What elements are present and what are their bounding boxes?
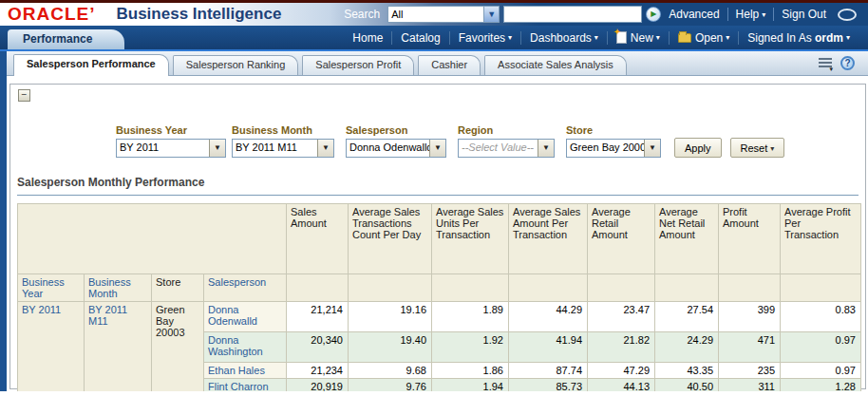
salesperson-header[interactable]: Salesperson xyxy=(204,274,287,302)
value-cell: 21.82 xyxy=(588,332,655,363)
search-scope-value: All xyxy=(388,9,483,20)
open-folder-icon xyxy=(678,33,691,43)
page-tabs-bar: Salesperson Performance Salesperson Rank… xyxy=(7,51,868,76)
store-label: Store xyxy=(566,124,661,136)
dashboard-menubar: Performance Home Catalog Favorites▾ Dash… xyxy=(0,26,868,49)
value-cell: 235 xyxy=(719,363,781,379)
value-cell: 1.92 xyxy=(432,332,509,363)
header-filler xyxy=(719,274,781,302)
dashboard-tab-performance[interactable]: Performance xyxy=(8,29,124,49)
salesperson-select[interactable]: Donna Odenwalld ▼ xyxy=(346,139,446,158)
value-cell: 43.35 xyxy=(655,363,719,379)
open-menu[interactable]: Open▾ xyxy=(678,31,729,45)
value-cell: 24.29 xyxy=(655,332,719,363)
value-cell: 0.97 xyxy=(781,332,861,363)
search-go-icon[interactable]: ▶ xyxy=(646,7,661,22)
dashboards-menu[interactable]: Dashboards▾ xyxy=(530,31,598,45)
salesperson-label: Salesperson xyxy=(346,124,446,136)
search-scope-select[interactable]: All ▼ xyxy=(387,6,500,23)
store-select[interactable]: Green Bay 20003 ▼ xyxy=(566,139,661,158)
column-header: Average Sales Amount Per Transaction xyxy=(509,204,588,274)
business-month-cell[interactable]: BY 2011 M11 xyxy=(85,302,152,392)
prompt-buttons: Apply Reset▾ xyxy=(674,138,784,158)
business-year-label: Business Year xyxy=(116,124,226,136)
prompt-salesperson: Salesperson Donna Odenwalld ▼ xyxy=(346,124,446,158)
divider xyxy=(449,31,450,45)
oracle-o-icon xyxy=(838,9,857,21)
business-year-select[interactable]: BY 2011 ▼ xyxy=(116,139,226,158)
catalog-link[interactable]: Catalog xyxy=(401,31,440,45)
help-icon[interactable]: ? xyxy=(840,56,855,70)
prompt-store: Store Green Bay 20003 ▼ xyxy=(566,124,661,158)
dimension-header-row: Business Year Business Month Store Sales… xyxy=(18,274,861,302)
column-header: Average Profit Per Transaction xyxy=(781,204,861,274)
chevron-down-icon: ▾ xyxy=(762,10,765,19)
chevron-down-icon[interactable]: ▼ xyxy=(317,140,333,157)
tab-salesperson-profit[interactable]: Salesperson Profit xyxy=(302,55,414,75)
region-label: Region xyxy=(458,124,555,136)
salesperson-cell[interactable]: Donna Odenwalld xyxy=(204,302,287,332)
dashboard-content: − Business Year BY 2011 ▼ Business Month… xyxy=(7,76,868,391)
salesperson-cell[interactable]: Flint Charron xyxy=(204,379,287,392)
collapse-section-button[interactable]: − xyxy=(18,89,30,102)
divider xyxy=(391,31,392,45)
value-cell: 40.50 xyxy=(655,379,719,392)
username: ordm xyxy=(815,31,843,45)
salesperson-cell[interactable]: Ethan Hales xyxy=(204,363,287,379)
reset-button[interactable]: Reset▾ xyxy=(730,138,785,158)
salesperson-cell[interactable]: Donna Washington xyxy=(204,332,287,363)
help-menu[interactable]: Help▾ xyxy=(736,8,766,21)
oracle-logo: ORACLE’ xyxy=(8,5,96,24)
region-value: --Select Value-- xyxy=(459,140,538,157)
chevron-down-icon: ▾ xyxy=(656,33,660,42)
chevron-down-icon[interactable]: ▼ xyxy=(538,140,554,157)
dashboard-body: Salesperson Performance Salesperson Rank… xyxy=(0,51,868,391)
tab-cashier[interactable]: Cashier xyxy=(418,55,481,75)
divider xyxy=(669,31,670,45)
tab-salesperson-ranking[interactable]: Salesperson Ranking xyxy=(173,55,299,75)
value-cell: 1.28 xyxy=(781,379,861,392)
value-cell: 44.29 xyxy=(509,302,588,332)
chevron-down-icon[interactable]: ▼ xyxy=(644,140,660,157)
product-title: Business Intelligence xyxy=(117,5,282,24)
application-window: ORACLE’ Business Intelligence Search All… xyxy=(0,0,868,396)
sign-out-link[interactable]: Sign Out xyxy=(782,8,826,21)
dashboard-section-panel: − Business Year BY 2011 ▼ Business Month… xyxy=(9,84,866,389)
tab-salesperson-performance[interactable]: Salesperson Performance xyxy=(13,54,169,76)
store-cell: Green Bay 20003 xyxy=(152,302,204,392)
header-filler xyxy=(781,274,861,302)
prompt-region: Region --Select Value-- ▼ xyxy=(458,124,555,158)
value-cell: 19.16 xyxy=(349,302,432,332)
value-cell: 399 xyxy=(719,302,781,332)
business-month-header[interactable]: Business Month xyxy=(85,274,152,302)
new-menu[interactable]: New▾ xyxy=(616,31,660,45)
chevron-down-icon[interactable]: ▼ xyxy=(209,140,225,157)
business-year-cell[interactable]: BY 2011 xyxy=(18,302,85,392)
prompt-row: Business Year BY 2011 ▼ Business Month B… xyxy=(116,124,859,158)
favorites-menu[interactable]: Favorites▾ xyxy=(459,31,512,45)
tab-associate-sales-analysis[interactable]: Associate Sales Analysis xyxy=(484,55,627,75)
menubar-links: Home Catalog Favorites▾ Dashboards▾ New▾… xyxy=(344,26,868,49)
advanced-link[interactable]: Advanced xyxy=(669,8,719,21)
signed-in-as[interactable]: Signed In As ordm▾ xyxy=(747,31,850,45)
value-cell: 44.13 xyxy=(588,379,655,392)
region-select[interactable]: --Select Value-- ▼ xyxy=(458,139,555,158)
value-cell: 19.40 xyxy=(349,332,432,363)
value-cell: 471 xyxy=(719,332,781,363)
chevron-down-icon: ▾ xyxy=(846,33,850,42)
search-input[interactable] xyxy=(503,6,642,23)
business-year-header[interactable]: Business Year xyxy=(18,274,85,302)
home-link[interactable]: Home xyxy=(352,31,383,45)
column-header: Sales Amount xyxy=(287,204,349,274)
chevron-down-icon[interactable]: ▼ xyxy=(483,7,499,22)
header-filler xyxy=(432,274,509,302)
search-label: Search xyxy=(344,8,380,21)
apply-button[interactable]: Apply xyxy=(674,138,722,158)
salesperson-value: Donna Odenwalld xyxy=(347,140,429,157)
divider xyxy=(738,31,739,45)
page-options-icon[interactable] xyxy=(815,57,832,69)
chevron-down-icon[interactable]: ▼ xyxy=(429,140,445,157)
business-month-select[interactable]: BY 2011 M11 ▼ xyxy=(232,139,334,158)
page-toolbar: ? xyxy=(815,56,855,70)
header-filler xyxy=(509,274,588,302)
